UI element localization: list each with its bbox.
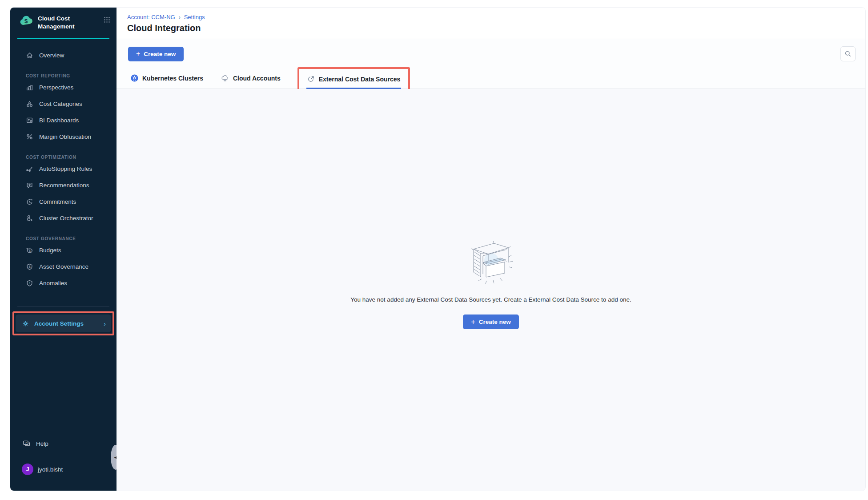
page-header: Account: CCM-NG › Settings Cloud Integra… [117,8,865,39]
plus-icon: + [471,319,475,326]
cloud-cost-logo-icon: $ [19,15,33,27]
empty-state-message: You have not added any External Cost Dat… [350,296,631,303]
svg-text:$: $ [24,18,28,24]
svg-text:$: $ [28,265,31,269]
sidebar-item-label: Account Settings [34,320,84,327]
chevron-right-icon: › [104,320,106,327]
username: jyoti.bisht [38,466,63,473]
sidebar-item-label: Budgets [39,247,61,254]
annotation-box-external-tab: External Cost Data Sources [297,67,410,91]
empty-create-new-button[interactable]: + Create new [463,315,518,329]
sidebar-item-label: Commitments [39,198,76,205]
sidebar-item-label: Anomalies [39,280,67,286]
tab-label: External Cost Data Sources [319,76,401,83]
sidebar-item-label: Cost Categories [39,101,82,107]
sidebar-item-commitments[interactable]: Commitments [10,194,117,210]
autostopping-icon [26,165,33,173]
sidebar-item-label: Perspectives [39,84,73,91]
search-button[interactable] [840,46,856,61]
tab-label: Cloud Accounts [233,75,281,82]
external-source-icon [307,75,315,83]
help-label: Help [36,440,48,447]
app-window: $ Cloud Cost Management Overview [10,8,865,491]
svg-text:!: ! [29,281,30,285]
sidebar-item-autostopping-rules[interactable]: AutoStopping Rules [10,161,117,177]
empty-drawer-illustration [462,236,520,289]
cloud-icon [221,74,229,82]
plus-icon: + [136,50,140,57]
bar-chart-icon [26,84,33,91]
sidebar-divider [17,306,109,307]
empty-state: You have not added any External Cost Dat… [269,236,713,329]
shield-dollar-icon: $ [26,263,33,270]
piggy-bank-icon: $ [26,246,33,254]
sidebar-item-label: Recommendations [39,182,89,189]
breadcrumb-account-link[interactable]: Account: CCM-NG [127,14,175,20]
sidebar-item-perspectives[interactable]: Perspectives [10,79,117,96]
create-new-label: Create new [479,319,511,325]
tab-bar: Kubernetes Clusters Cloud Accounts Exter… [117,68,865,89]
recommendation-icon [26,181,33,189]
sidebar-item-recommendations[interactable]: Recommendations [10,177,117,194]
sidebar-item-margin-obfuscation[interactable]: Margin Obfuscation [10,129,117,145]
search-icon [844,50,852,57]
create-new-button[interactable]: + Create new [128,47,184,61]
sidebar: $ Cloud Cost Management Overview [10,8,117,491]
toolbar: + Create new [117,39,865,68]
sidebar-item-help[interactable]: ? Help [10,435,117,452]
sidebar-nav: Overview COST REPORTING Perspectives Cos… [10,39,117,491]
sidebar-item-bi-dashboards[interactable]: BI Dashboards [10,112,117,129]
sidebar-item-account-settings[interactable]: Account Settings › [16,315,111,332]
user-menu[interactable]: J jyoti.bisht [10,461,117,477]
section-cost-governance: COST GOVERNANCE [10,236,117,241]
cluster-orchestrator-icon [26,214,33,222]
sidebar-item-cluster-orchestrator[interactable]: Cluster Orchestrator [10,210,117,226]
kubernetes-icon [131,74,138,82]
avatar: J [22,464,33,475]
sidebar-item-label: Margin Obfuscation [39,133,91,140]
dashboard-icon [26,117,33,124]
sidebar-item-overview[interactable]: Overview [10,47,117,64]
breadcrumb-settings-link[interactable]: Settings [184,14,205,20]
shield-alert-icon: ! [26,279,33,287]
annotation-box-account-settings: Account Settings › [12,311,114,335]
tab-kubernetes-clusters[interactable]: Kubernetes Clusters [130,68,204,89]
tab-external-cost-data-sources[interactable]: External Cost Data Sources [306,69,402,89]
sidebar-item-label: Asset Governance [39,263,88,270]
brand-row: $ Cloud Cost Management [10,8,117,35]
commitments-icon [26,198,33,206]
sidebar-item-cost-categories[interactable]: Cost Categories [10,96,117,112]
percent-icon [26,133,33,141]
sidebar-bottom: ? Help J jyoti.bisht [10,435,117,484]
sidebar-item-anomalies[interactable]: ! Anomalies [10,275,117,291]
sidebar-item-asset-governance[interactable]: $ Asset Governance [10,258,117,275]
home-icon [26,52,33,59]
breadcrumb-separator-icon: › [179,14,181,20]
create-new-label: Create new [144,51,176,57]
sidebar-item-label: BI Dashboards [39,117,79,124]
sidebar-item-label: Overview [39,52,64,59]
gear-icon [22,320,29,327]
svg-text:?: ? [25,441,27,444]
sidebar-item-label: AutoStopping Rules [39,165,92,172]
sidebar-item-budgets[interactable]: $ Budgets [10,242,117,258]
tab-content: You have not added any External Cost Dat… [117,89,865,491]
help-chat-icon: ? [23,440,31,447]
shapes-icon [26,100,33,108]
section-cost-reporting: COST REPORTING [10,73,117,78]
tab-cloud-accounts[interactable]: Cloud Accounts [220,68,281,89]
module-grid-icon[interactable] [104,16,110,23]
page-title: Cloud Integration [127,23,855,33]
svg-text:$: $ [29,249,31,252]
brand-title: Cloud Cost Management [38,15,75,30]
main-content: Account: CCM-NG › Settings Cloud Integra… [117,8,865,491]
breadcrumb: Account: CCM-NG › Settings [127,14,855,20]
section-cost-optimization: COST OPTIMIZATION [10,155,117,160]
sidebar-item-label: Cluster Orchestrator [39,215,93,222]
tab-label: Kubernetes Clusters [142,75,203,82]
